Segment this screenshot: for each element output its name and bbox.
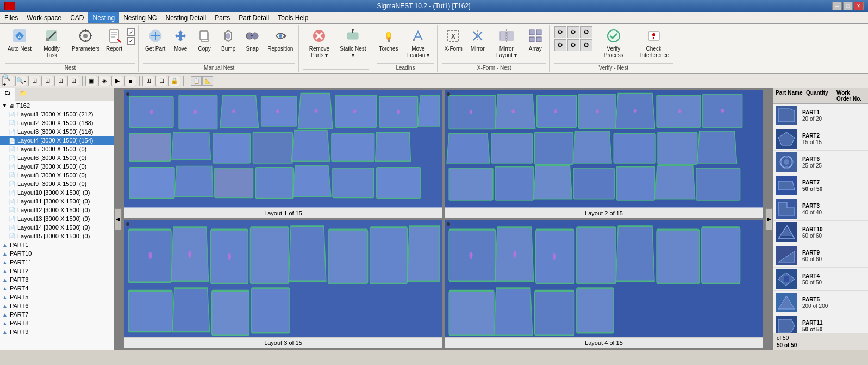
verify-icon-5[interactable]: ⚙ [567,39,579,51]
part-list-item-6[interactable]: PART6 25 of 25 [773,151,868,174]
tree-root[interactable]: ▼ 🖥 T162 [0,101,114,110]
tree-layout15[interactable]: 📄 Layout15 [3000 X 1500] (0) [0,232,114,240]
part-list-item-2[interactable]: PART2 15 of 15 [773,127,868,151]
verify-icon-2[interactable]: ⚙ [567,26,579,38]
play-btn[interactable]: ▶ [111,76,123,86]
tree-layout1[interactable]: 📄 Layout1 [3000 X 1500] (212) [0,110,114,119]
view-btn-1[interactable]: ⊡ [41,76,53,86]
close-button[interactable]: ✕ [854,2,864,10]
tree-part2[interactable]: ▲ PART2 [0,267,114,275]
tree-part4[interactable]: ▲ PART4 [0,284,114,293]
tree-layout5[interactable]: 📄 Layout5 [3000 X 1500] (0) [0,145,114,153]
part-list-item-7[interactable]: PART7 50 of 50 [773,174,868,197]
get-part-button[interactable]: Get Part [143,26,167,53]
static-nest-button[interactable]: Static Nest ▾ [337,26,369,60]
array-button[interactable]: Array [524,26,546,53]
grid-btn-2[interactable]: ⊟ [155,76,167,86]
tree-part10[interactable]: ▲ PART10 [0,249,114,258]
tree-part9[interactable]: ▲ PART9 [0,327,114,336]
check-1[interactable]: ✓ [127,28,135,36]
tree-part1[interactable]: ▲ PART1 [0,240,114,249]
bump-label: Bump [221,46,235,52]
tree-layout12[interactable]: 📄 Layout12 [3000 X 1500] (0) [0,206,114,214]
left-tab-tree[interactable]: 🗂 [0,88,15,101]
tree-layout13[interactable]: 📄 Layout13 [3000 X 1500] (0) [0,214,114,223]
menu-workspace[interactable]: Work-space [22,12,66,23]
cursor-btn[interactable]: ◈ [98,76,110,86]
mirror-button[interactable]: Mirror [467,26,489,53]
part-list-item-10[interactable]: PART10 60 of 60 [773,221,868,244]
part11-name: PART11 [802,320,866,326]
menu-nesting-nc[interactable]: Nesting NC [119,12,161,23]
select-btn[interactable]: ▣ [85,76,97,86]
bump-button[interactable]: Bump [217,26,239,53]
minimize-button[interactable]: ─ [832,2,842,10]
check-interference-button[interactable]: Check Interference [635,26,673,60]
menu-cad[interactable]: CAD [66,12,88,23]
left-tab-folder[interactable]: 📁 [15,88,32,101]
tree-layout2[interactable]: 📄 Layout2 [3000 X 1500] (188) [0,119,114,127]
parameters-button[interactable]: Parameters [70,26,101,53]
nest-view-btn-2[interactable]: 📐 [202,76,213,86]
nest-view-btn-1[interactable]: 📋 [191,76,202,86]
verify-icon-6[interactable]: ⚙ [580,39,592,51]
copy-button[interactable]: Copy [193,26,215,53]
maximize-button[interactable]: □ [843,2,853,10]
part-list-item-11[interactable]: PART11 50 of 50 [773,314,868,333]
snap-button[interactable]: Snap [241,26,263,53]
zoom-fit-button[interactable]: ⊡ [28,76,40,86]
menu-files[interactable]: Files [0,12,22,23]
scroll-right-btn[interactable]: ▶ [765,208,773,230]
part-list-item-9[interactable]: PART9 60 of 60 [773,244,868,268]
menu-parts[interactable]: Parts [210,12,234,23]
reposition-button[interactable]: Reposition [265,26,295,53]
tree-part11[interactable]: ▲ PART11 [0,258,114,267]
stop-btn[interactable]: ■ [124,76,136,86]
view-btn-2[interactable]: ⊡ [54,76,66,86]
tree-layout10[interactable]: 📄 Layout10 [3000 X 1500] (0) [0,188,114,197]
lock-btn[interactable]: 🔒 [168,76,180,86]
tree-layout9[interactable]: 📄 Layout9 [3000 X 1500] (0) [0,180,114,188]
part-list-item-1[interactable]: PART1 20 of 20 [773,104,868,127]
tree-layout11[interactable]: 📄 Layout11 [3000 X 1500] (0) [0,197,114,206]
x-form-button[interactable]: X X-Form [442,26,464,53]
part-list-item-4[interactable]: PART4 50 of 50 [773,268,868,291]
move-leadin-button[interactable]: Move Lead-in ▾ [402,26,434,60]
menu-nesting-detail[interactable]: Nesting Detail [161,12,211,23]
menu-tools-help[interactable]: Tools Help [273,12,313,23]
torches-button[interactable]: Torches [377,26,400,53]
tree-layout8[interactable]: 📄 Layout8 [3000 X 1500] (0) [0,171,114,180]
tree-part6[interactable]: ▲ PART6 [0,301,114,310]
verify-icon-3[interactable]: ⚙ [580,26,592,38]
verify-icon-1[interactable]: ⚙ [554,26,566,38]
zoom-in-button[interactable]: 🔍+ [2,76,14,86]
part-list-item-3[interactable]: PART3 40 of 40 [773,197,868,221]
menu-nesting[interactable]: Nesting [88,12,119,23]
part-list-item-5[interactable]: PART5 200 of 200 [773,291,868,314]
mirror-layout-button[interactable]: Mirror Layout ▾ [491,26,522,60]
tree-part7[interactable]: ▲ PART7 [0,310,114,319]
auto-nest-button[interactable]: A Auto Nest [5,26,34,53]
verify-process-button[interactable]: Verify Process [595,26,633,60]
part9-qty: 60 of 60 [802,256,866,262]
tree-layout4[interactable]: 📄 Layout4 [3000 X 1500] (154) [0,136,114,145]
view-btn-3[interactable]: ⊡ [67,76,79,86]
zoom-out-button[interactable]: 🔍- [15,76,27,86]
tree-part3[interactable]: ▲ PART3 [0,275,114,284]
tree-layout14[interactable]: 📄 Layout14 [3000 X 1500] (0) [0,223,114,232]
tree-layout3[interactable]: 📄 Layout3 [3000 X 1500] (116) [0,127,114,136]
remove-parts-button[interactable]: Remove Parts ▾ [303,26,335,60]
modify-task-button[interactable]: Modify Task [36,26,67,60]
app-icon[interactable] [4,2,15,10]
check-2[interactable]: ✓ [127,37,135,45]
tree-layout6[interactable]: 📄 Layout6 [3000 X 1500] (0) [0,153,114,162]
menu-part-detail[interactable]: Part Detail [234,12,273,23]
grid-btn-1[interactable]: ⊞ [142,76,154,86]
report-button[interactable]: Report [103,26,125,53]
verify-icon-4[interactable]: ⚙ [554,39,566,51]
move-button[interactable]: Move [170,26,191,53]
tree-part5[interactable]: ▲ PART5 [0,293,114,301]
scroll-left-btn[interactable]: ◀ [114,208,122,230]
tree-part8[interactable]: ▲ PART8 [0,319,114,327]
tree-layout7[interactable]: 📄 Layout7 [3000 X 1500] (0) [0,162,114,171]
